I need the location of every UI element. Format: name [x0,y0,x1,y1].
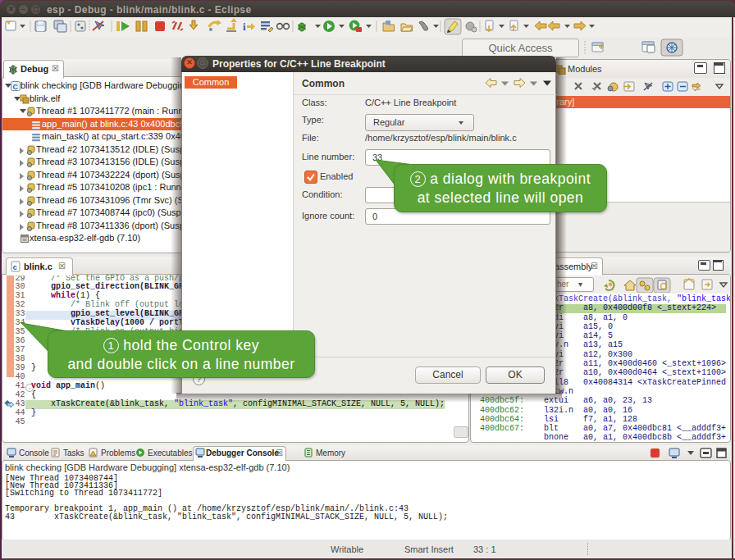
svg-text:C: C [13,83,19,91]
svg-text:c: c [13,264,17,272]
svg-text:i: i [243,20,246,33]
